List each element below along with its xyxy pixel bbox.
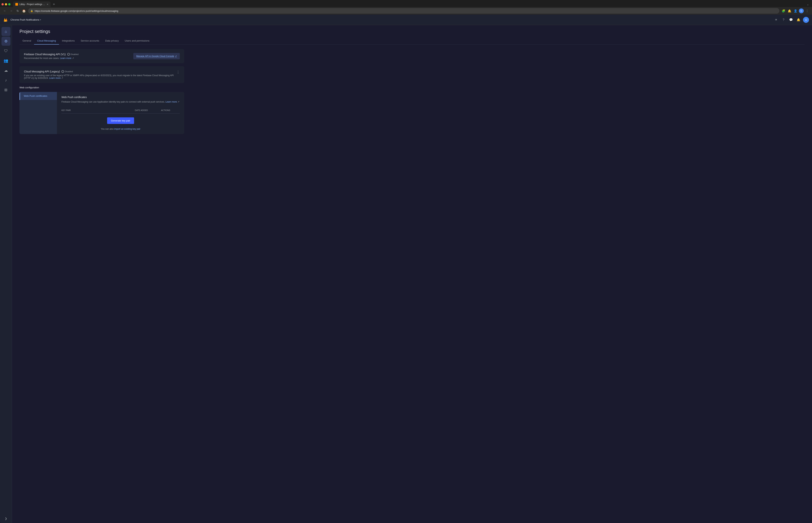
sidebar-item-settings[interactable]: ⚙ [1, 37, 11, 46]
import-key-pair-link[interactable]: import an existing key pair [114, 128, 140, 130]
fcm-legacy-card: Cloud Messaging API (Legacy) ○ Disabled … [19, 66, 184, 83]
fcm-legacy-description: If you are an existing user of the legac… [24, 74, 180, 79]
cloud-icon: ☁ [4, 68, 8, 73]
extensions-icon[interactable]: 🧩 [781, 8, 786, 14]
sidebar-item-security[interactable]: 🛡 [1, 47, 11, 55]
web-push-certs-sidebar-item[interactable]: Web Push certificates [19, 92, 57, 100]
sidebar-item-cloud[interactable]: ☁ [1, 66, 11, 75]
forward-button[interactable]: → [8, 8, 14, 14]
content-area: Firebase Cloud Messaging API (V1) ○ Disa… [12, 44, 192, 139]
new-tab-button[interactable]: + [51, 2, 56, 7]
page-title: Project settings [19, 29, 805, 34]
fcm-legacy-card-content: Cloud Messaging API (Legacy) ○ Disabled … [19, 66, 184, 83]
fcm-v1-status-badge: ○ Disabled [67, 53, 79, 56]
external-link-icon: ↗ [175, 55, 177, 57]
web-config-card: Web Push certificates Web Push certifica… [19, 92, 184, 134]
fcm-v1-title: Firebase Cloud Messaging API (V1) [24, 53, 66, 56]
url-bar[interactable]: 🔒 https://console.firebase.google.com/pr… [28, 8, 779, 14]
web-config-content: Web Push certificates Firebase Cloud Mes… [57, 92, 184, 134]
music-icon: ♪ [5, 78, 7, 83]
tab-close-icon[interactable]: × [47, 3, 48, 6]
key-pair-table: Key pair Date added Actions [61, 107, 180, 114]
web-config-content-title: Web Push certificates [61, 96, 180, 98]
project-name-dropdown[interactable]: Chrome Push Notifications ▾ [11, 18, 41, 21]
help-button[interactable]: ? [780, 17, 787, 23]
external-link-icon: ↗ [72, 57, 74, 59]
sidebar-expand-button[interactable]: ❯ [1, 516, 11, 522]
notifications-button[interactable]: 🔔 [795, 17, 801, 23]
content-wrapper: ⌂ ⚙ 🛡 👥 ☁ ♪ ⊞ [0, 25, 812, 523]
home-button[interactable]: 🏠 [21, 8, 27, 14]
browser-tab-bar: Libby - Project settings - Fire × + ⌄ [0, 0, 812, 7]
top-bar-actions: ☀ ? 💬 🔔 U [773, 17, 809, 23]
fcm-legacy-status-badge: ○ Disabled [61, 70, 73, 73]
browser-menu-icon[interactable]: ⌄ [807, 3, 809, 6]
manage-api-button[interactable]: Manage API in Google Cloud Console ↗ [133, 53, 180, 59]
key-pair-table-header: Key pair Date added Actions [61, 107, 180, 113]
fcm-legacy-learn-more-link[interactable]: Learn more [49, 77, 61, 79]
generate-key-pair-button[interactable]: Generate key pair [107, 118, 134, 124]
back-button[interactable]: ← [2, 8, 7, 14]
apps-icon: ⊞ [4, 88, 7, 92]
fcm-v1-card: Firebase Cloud Messaging API (V1) ○ Disa… [19, 49, 184, 63]
main-content: Project settings General Cloud Messaging… [12, 25, 812, 523]
refresh-button[interactable]: ↻ [15, 8, 20, 14]
sidebar-item-music[interactable]: ♪ [1, 76, 11, 85]
fcm-v1-card-action: Manage API in Google Cloud Console ↗ [133, 53, 180, 59]
url-text: https://console.firebase.google.com/proj… [35, 10, 777, 12]
speech-button[interactable]: 💬 [788, 17, 794, 23]
fcm-v1-status-dot-icon: ○ [67, 53, 70, 56]
expand-icon: ❯ [5, 517, 7, 520]
sidebar: ⌂ ⚙ 🛡 👥 ☁ ♪ ⊞ [0, 25, 12, 523]
firebase-logo-icon [3, 17, 8, 22]
tab-general[interactable]: General [19, 37, 34, 44]
lock-icon: 🔒 [30, 10, 33, 12]
tab-cloud-messaging[interactable]: Cloud Messaging [34, 37, 59, 44]
web-config-description: Firebase Cloud Messaging can use Applica… [61, 100, 180, 104]
maximize-button[interactable] [8, 3, 11, 5]
minimize-button[interactable] [5, 3, 7, 5]
web-config-sidebar: Web Push certificates [19, 92, 57, 134]
browser-window: Libby - Project settings - Fire × + ⌄ ← … [0, 0, 812, 523]
browser-tab[interactable]: Libby - Project settings - Fire × [13, 1, 51, 7]
theme-toggle-button[interactable]: ☀ [773, 17, 779, 23]
tab-users-permissions[interactable]: Users and permissions [122, 37, 153, 44]
date-added-column-header: Date added [135, 109, 161, 111]
external-link-icon-2: ↗ [61, 77, 63, 79]
address-bar: ← → ↻ 🏠 🔒 https://console.firebase.googl… [0, 7, 812, 15]
settings-icon: ⚙ [4, 39, 8, 43]
external-link-icon-3: ↗ [178, 101, 179, 103]
fcm-v1-status-text: Disabled [71, 53, 79, 55]
web-config-learn-more-link[interactable]: Learn more [165, 101, 177, 103]
tabs-bar: General Cloud Messaging Integrations Ser… [19, 37, 805, 44]
tab-integrations[interactable]: Integrations [59, 37, 78, 44]
top-app-bar: Chrome Push Notifications ▾ ☀ ? 💬 🔔 U [0, 15, 812, 25]
fcm-v1-learn-more-link[interactable]: Learn more [60, 57, 71, 59]
tab-service-accounts[interactable]: Service accounts [78, 37, 102, 44]
more-options-button[interactable]: ⋮ [175, 69, 181, 75]
people-icon: 👥 [3, 58, 8, 63]
import-text: You can also import an existing key pair [61, 128, 180, 130]
close-button[interactable] [1, 3, 4, 5]
web-configuration-section-title: Web configuration [19, 86, 184, 89]
sidebar-item-home[interactable]: ⌂ [1, 27, 11, 36]
tab-data-privacy[interactable]: Data privacy [102, 37, 122, 44]
shield-icon: 🛡 [4, 49, 8, 53]
sidebar-item-users[interactable]: 👥 [1, 56, 11, 65]
user-avatar[interactable]: U [803, 17, 809, 23]
user-profile-button[interactable]: G [799, 8, 804, 13]
profiles-icon[interactable]: 👤 [793, 8, 798, 14]
manage-api-label: Manage API in Google Cloud Console [136, 55, 174, 57]
browser-menu-button[interactable]: ⋮ [805, 8, 810, 14]
key-pair-column-header: Key pair [61, 109, 135, 111]
sidebar-item-apps[interactable]: ⊞ [1, 85, 11, 94]
app-wrapper: Chrome Push Notifications ▾ ☀ ? 💬 🔔 U ⌂ … [0, 15, 812, 523]
tab-favicon [15, 3, 18, 6]
actions-column-header: Actions [161, 109, 180, 111]
fcm-legacy-status-dot-icon: ○ [61, 70, 64, 73]
browser-toolbar-actions: 🧩 🔔 👤 G ⋮ [781, 8, 810, 14]
home-icon: ⌂ [5, 30, 7, 34]
traffic-lights [1, 3, 11, 5]
notifications-icon[interactable]: 🔔 [787, 8, 792, 14]
tab-label: Libby - Project settings - Fire [19, 3, 45, 6]
